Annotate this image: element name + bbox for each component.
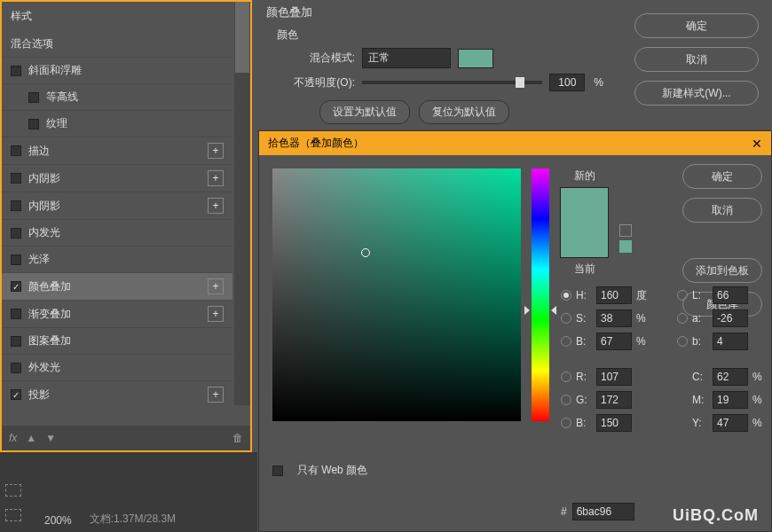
y-label: Y:: [692, 417, 708, 429]
add-icon[interactable]: +: [208, 278, 224, 294]
opacity-slider[interactable]: [362, 81, 542, 84]
scrollbar[interactable]: [234, 2, 250, 405]
b-unit: %: [636, 335, 650, 348]
blend-mode-select[interactable]: 正常: [362, 48, 451, 68]
zoom-level[interactable]: 200%: [44, 514, 72, 527]
r-input[interactable]: [596, 368, 632, 386]
tool-icon[interactable]: [5, 509, 21, 521]
blend-mode-label: 混合模式:: [284, 51, 355, 66]
styles-list: 样式 混合选项 斜面和浮雕 等高线 纹理 描边+ 内阴影+ 内阴影+ 内发光 光…: [2, 2, 232, 405]
m-unit: %: [752, 394, 767, 406]
tool-icon[interactable]: [5, 484, 21, 497]
current-label: 当前: [574, 262, 595, 277]
bv-label: B:: [576, 417, 592, 429]
checkbox[interactable]: [11, 145, 21, 156]
ok-button[interactable]: 确定: [634, 13, 759, 38]
restore-default-button[interactable]: 复位为默认值: [419, 100, 509, 124]
b-input[interactable]: [596, 332, 632, 350]
add-icon[interactable]: +: [208, 387, 224, 403]
style-outer-glow[interactable]: 外发光: [2, 355, 232, 381]
checkbox[interactable]: [11, 254, 21, 265]
checkbox[interactable]: [11, 336, 21, 347]
trash-icon[interactable]: 🗑: [232, 432, 243, 444]
style-inner-shadow[interactable]: 内阴影+: [2, 165, 232, 192]
checkbox[interactable]: [11, 363, 21, 373]
cube-icon[interactable]: [619, 224, 632, 237]
radio-r[interactable]: [561, 372, 571, 382]
arrow-down-icon[interactable]: ▼: [45, 432, 56, 444]
add-swatch-button[interactable]: 添加到色板: [682, 258, 762, 283]
radio-b2[interactable]: [677, 336, 688, 347]
checkbox[interactable]: [11, 309, 21, 319]
add-icon[interactable]: +: [208, 198, 224, 214]
style-stroke[interactable]: 描边+: [2, 137, 232, 165]
style-satin[interactable]: 光泽: [2, 246, 232, 273]
style-bevel[interactable]: 斜面和浮雕: [2, 58, 232, 84]
picker-ok-button[interactable]: 确定: [682, 164, 762, 189]
radio-a[interactable]: [677, 313, 688, 324]
checkbox[interactable]: [11, 389, 21, 400]
add-icon[interactable]: +: [208, 306, 224, 322]
c-input[interactable]: [713, 368, 748, 386]
radio-h[interactable]: [561, 290, 571, 301]
saturation-field[interactable]: [272, 168, 521, 421]
web-only-row: 只有 Web 颜色: [272, 463, 367, 478]
style-drop-shadow[interactable]: 投影+: [2, 381, 232, 405]
bv-input[interactable]: [596, 414, 632, 432]
hex-input[interactable]: [572, 503, 634, 520]
picker-titlebar[interactable]: 拾色器（叠加颜色） ✕: [259, 131, 771, 155]
radio-l[interactable]: [677, 290, 688, 301]
y-input[interactable]: [713, 414, 748, 432]
a-input[interactable]: [713, 309, 748, 327]
hue-strip[interactable]: [532, 168, 549, 421]
style-contour[interactable]: 等高线: [2, 84, 232, 111]
style-label: 斜面和浮雕: [28, 63, 82, 78]
fx-bar: fx ▲ ▼ 🗑: [2, 426, 250, 450]
style-texture[interactable]: 纹理: [2, 111, 232, 137]
style-inner-glow[interactable]: 内发光: [2, 220, 232, 246]
cancel-button[interactable]: 取消: [634, 47, 759, 72]
overlay-color-swatch[interactable]: [458, 49, 493, 68]
co-sub: 颜色: [277, 27, 603, 43]
fx-icon[interactable]: fx: [9, 432, 17, 444]
m-input[interactable]: [713, 391, 748, 409]
websafe-icon[interactable]: [619, 240, 632, 253]
style-blend-options[interactable]: 混合选项: [2, 31, 232, 58]
b2-input[interactable]: [713, 332, 748, 350]
watermark: UiBQ.CoM: [673, 506, 759, 525]
s-input[interactable]: [596, 309, 632, 327]
picker-cancel-button[interactable]: 取消: [682, 198, 762, 223]
checkbox[interactable]: [11, 281, 21, 292]
style-gradient-overlay[interactable]: 渐变叠加+: [2, 301, 232, 328]
radio-b[interactable]: [561, 336, 571, 347]
h-input[interactable]: [596, 286, 632, 304]
web-only-checkbox[interactable]: [272, 466, 283, 476]
preview-current[interactable]: [561, 223, 608, 257]
style-pattern-overlay[interactable]: 图案叠加: [2, 328, 232, 355]
radio-s[interactable]: [561, 313, 571, 324]
radio-bv[interactable]: [561, 418, 571, 428]
l-input[interactable]: [713, 286, 748, 304]
opacity-input[interactable]: [549, 74, 585, 91]
style-color-overlay[interactable]: 颜色叠加+: [2, 273, 232, 301]
checkbox[interactable]: [28, 92, 39, 103]
slider-thumb[interactable]: [516, 77, 524, 88]
add-icon[interactable]: +: [208, 170, 224, 186]
style-label: 内发光: [28, 225, 60, 240]
arrow-up-icon[interactable]: ▲: [26, 432, 36, 444]
checkbox[interactable]: [11, 173, 21, 184]
new-style-button[interactable]: 新建样式(W)...: [634, 81, 759, 106]
checkbox[interactable]: [11, 228, 21, 239]
scroll-thumb[interactable]: [235, 2, 249, 73]
set-default-button[interactable]: 设置为默认值: [319, 100, 410, 124]
checkbox[interactable]: [28, 119, 39, 129]
close-icon[interactable]: ✕: [752, 137, 762, 151]
radio-g[interactable]: [561, 395, 571, 405]
g-input[interactable]: [596, 391, 632, 409]
checkbox[interactable]: [11, 66, 21, 76]
sat-cursor[interactable]: [361, 248, 370, 257]
style-inner-shadow-2[interactable]: 内阴影+: [2, 192, 232, 220]
style-label: 混合选项: [11, 36, 53, 51]
checkbox[interactable]: [11, 200, 21, 211]
add-icon[interactable]: +: [208, 143, 224, 159]
